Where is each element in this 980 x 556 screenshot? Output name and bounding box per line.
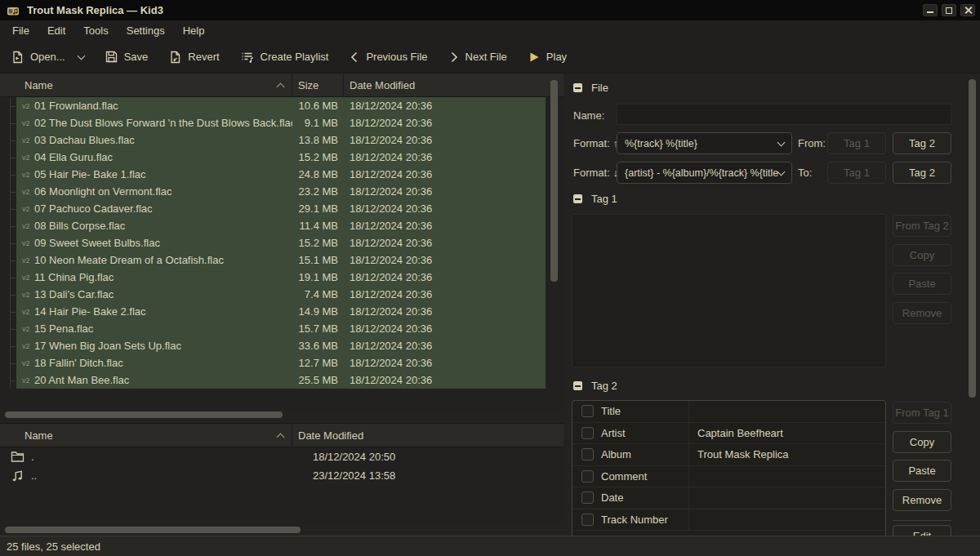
table-row[interactable]: v217 When Big Joan Sets Up.flac33.6 MB18… (0, 337, 546, 354)
menu-edit[interactable]: Edit (38, 20, 74, 41)
revert-button[interactable]: Revert (169, 51, 219, 64)
tag1-remove-button[interactable]: Remove (893, 302, 951, 324)
file-list-hscroll-thumb[interactable] (5, 411, 283, 418)
table-row[interactable]: v204 Ella Guru.flac15.2 MB18/12/2024 20:… (0, 149, 546, 166)
open-dropdown-chevron-icon[interactable] (77, 51, 85, 60)
table-row[interactable]: v201 Frownland.flac10.6 MB18/12/2024 20:… (0, 97, 546, 114)
table-row[interactable]: v210 Neon Meate Dream of a Octafish.flac… (0, 251, 546, 269)
sort-ascending-icon (277, 82, 285, 91)
previous-icon (350, 51, 359, 63)
table-row[interactable]: v203 Dachau Blues.flac13.8 MB18/12/2024 … (0, 131, 546, 149)
previous-file-button[interactable]: Previous File (350, 51, 427, 63)
save-button[interactable]: Save (105, 51, 149, 63)
file-name: 02 The Dust Blows Forward 'n the Dust Bl… (34, 117, 292, 129)
format-up-value: %{track} %{title} (625, 138, 697, 149)
field-value[interactable] (688, 509, 885, 531)
table-row[interactable]: v220 Ant Man Bee.flac25.5 MB18/12/2024 2… (0, 371, 546, 389)
collapse-tag1-icon[interactable] (573, 194, 582, 203)
field-value[interactable] (688, 466, 885, 487)
minimize-button[interactable] (923, 4, 938, 16)
field-value[interactable]: Trout Mask Replica (688, 444, 885, 465)
to-tag2-button[interactable]: Tag 2 (893, 162, 951, 184)
menu-help[interactable]: Help (174, 20, 214, 41)
collapse-tag2-icon[interactable] (573, 381, 582, 390)
row-selection: v207 Pachuco Cadaver.flac29.1 MB18/12/20… (16, 200, 546, 217)
collapse-file-icon[interactable] (573, 83, 582, 92)
field-checkbox[interactable] (581, 470, 594, 483)
format-down-combobox[interactable]: {artist} - %{album}/%{track} %{title} (617, 162, 792, 184)
field-value[interactable] (688, 401, 885, 422)
tag1-fields-area[interactable] (572, 214, 886, 367)
format-up-combobox[interactable]: %{track} %{title} (617, 132, 792, 154)
tag2-from-tag1-button[interactable]: From Tag 1 (893, 402, 951, 424)
tag1-section-header[interactable]: Tag 1 (573, 193, 617, 205)
tag2-edit-button[interactable]: Edit (893, 525, 951, 536)
kid3-app-icon (7, 4, 20, 17)
to-tag1-button[interactable]: Tag 1 (827, 162, 886, 184)
field-checkbox[interactable] (581, 427, 594, 439)
menu-file[interactable]: File (3, 20, 38, 41)
column-header-name[interactable]: Name (0, 73, 292, 96)
table-row[interactable]: v202 The Dust Blows Forward 'n the Dust … (0, 114, 546, 131)
tag-v2-icon: v2 (16, 325, 34, 333)
tag-editor-vscroll-thumb[interactable] (969, 79, 976, 398)
tag2-section-header[interactable]: Tag 2 (573, 380, 617, 392)
close-icon (964, 7, 972, 14)
list-item[interactable]: ..23/12/2024 13:58 (0, 466, 564, 485)
from-tag2-filename-button[interactable]: Tag 2 (893, 132, 951, 154)
table-row[interactable]: v209 Sweet Sweet Bulbs.flac15.2 MB18/12/… (0, 234, 546, 251)
from-tag1-filename-button[interactable]: Tag 1 (827, 132, 886, 154)
table-row[interactable]: v205 Hair Pie- Bake 1.flac24.8 MB18/12/2… (0, 166, 546, 183)
create-playlist-button[interactable]: Create Playlist (241, 51, 329, 64)
maximize-button[interactable] (942, 4, 956, 16)
field-checkbox[interactable] (581, 405, 594, 417)
menu-settings[interactable]: Settings (118, 20, 174, 41)
file-section-header[interactable]: File (573, 82, 608, 94)
table-row[interactable]: v218 Fallin' Ditch.flac12.7 MB18/12/2024… (0, 354, 546, 371)
file-size: 9.1 MB (292, 117, 344, 129)
tag2-remove-button[interactable]: Remove (893, 489, 951, 511)
close-button[interactable] (960, 4, 975, 16)
file-date: 18/12/2024 20:36 (344, 374, 546, 386)
dir-column-header-date[interactable]: Date Modified (292, 424, 564, 447)
dir-list-hscroll-thumb[interactable] (5, 527, 301, 533)
table-row[interactable]: v211 China Pig.flac19.1 MB18/12/2024 20:… (0, 269, 546, 286)
field-checkbox[interactable] (581, 514, 594, 526)
tag1-from-tag2-button[interactable]: From Tag 2 (893, 215, 951, 237)
column-header-date[interactable]: Date Modified (344, 73, 564, 96)
tag2-copy-button[interactable]: Copy (893, 431, 951, 453)
file-table-header: Name Size Date Modified (0, 73, 564, 97)
dir-column-header-name[interactable]: Name (0, 424, 292, 447)
open-button[interactable]: Open... (11, 51, 84, 64)
table-row[interactable]: v215 Pena.flac15.7 MB18/12/2024 20:36 (0, 320, 546, 337)
field-checkbox[interactable] (581, 448, 594, 460)
next-file-button[interactable]: Next File (449, 51, 507, 63)
field-value[interactable] (688, 487, 885, 509)
format-down-value: {artist} - %{album}/%{track} %{title} (625, 167, 778, 179)
table-row[interactable]: v213 Dali's Car.flac7.4 MB18/12/2024 20:… (0, 286, 546, 303)
tag-editor-vscrollbar (969, 78, 976, 532)
file-list-vscroll-thumb[interactable] (550, 80, 558, 282)
file-name: 05 Hair Pie- Bake 1.flac (34, 168, 292, 180)
play-button[interactable]: Play (528, 51, 567, 63)
field-checkbox[interactable] (581, 492, 594, 504)
tag2-paste-button[interactable]: Paste (893, 460, 951, 482)
from-label: From: (798, 137, 826, 149)
row-selection: v209 Sweet Sweet Bulbs.flac15.2 MB18/12/… (16, 234, 546, 251)
file-size: 12.7 MB (292, 357, 344, 369)
filename-input[interactable] (617, 104, 951, 125)
tag1-copy-button[interactable]: Copy (893, 244, 951, 266)
field-value[interactable]: Captain Beefheart (688, 423, 885, 444)
column-header-size-label: Size (298, 79, 318, 91)
list-item[interactable]: .18/12/2024 20:50 (0, 447, 564, 466)
tag1-paste-button[interactable]: Paste (893, 273, 951, 295)
table-row[interactable]: v214 Hair Pie- Bake 2.flac14.9 MB18/12/2… (0, 303, 546, 320)
table-row[interactable]: v206 Moonlight on Vermont.flac23.2 MB18/… (0, 183, 546, 200)
table-row[interactable]: v207 Pachuco Cadaver.flac29.1 MB18/12/20… (0, 200, 546, 217)
tag-v2-icon: v2 (16, 188, 34, 196)
tree-branch-icon (0, 200, 16, 217)
directory-list-panel: Name Date Modified .18/12/2024 20:50..23… (0, 423, 564, 536)
menu-tools[interactable]: Tools (74, 20, 117, 41)
column-header-size[interactable]: Size (292, 73, 344, 96)
table-row[interactable]: v208 Bills Corpse.flac11.4 MB18/12/2024 … (0, 217, 546, 234)
